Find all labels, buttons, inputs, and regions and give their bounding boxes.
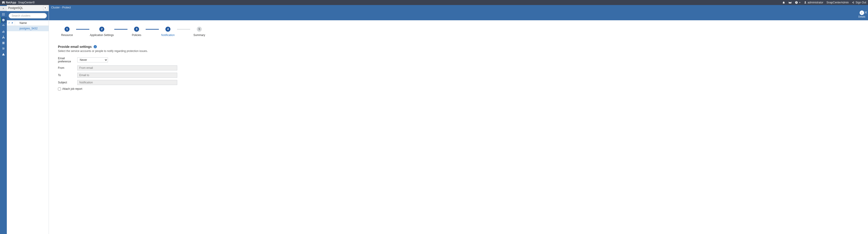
- svg-rect-5: [4, 37, 4, 38]
- row-subject: Subject: [58, 80, 185, 85]
- caret-down-icon: ▼: [799, 2, 801, 4]
- svg-point-8: [3, 49, 3, 49]
- step-label: Resource: [61, 33, 73, 37]
- sitemap-icon: [2, 35, 5, 39]
- column-name: Name: [15, 21, 27, 25]
- signout-label: Sign Out: [856, 1, 866, 4]
- step-connector: [146, 29, 159, 30]
- step-label: Policies: [132, 33, 141, 37]
- step-number: 5: [197, 27, 202, 32]
- main: Cluster - Protect ✕ i Details 1 Resource…: [49, 5, 868, 234]
- step-label: Application Settings: [90, 33, 114, 37]
- step-label: Summary: [193, 33, 205, 37]
- svg-text:?: ?: [796, 2, 797, 4]
- svg-rect-4: [2, 37, 3, 38]
- user-menu[interactable]: administrator: [804, 1, 823, 4]
- search-wrap: [7, 11, 49, 20]
- chart-icon: [2, 30, 5, 33]
- attach-label: Attach job report: [62, 87, 82, 90]
- nav-dashboard[interactable]: [0, 11, 7, 17]
- flag-icon: [11, 22, 13, 24]
- nav-reports[interactable]: [0, 28, 7, 34]
- plugin-selected: PostgreSQL: [8, 6, 42, 9]
- resource-name: postgres_5432: [20, 27, 37, 30]
- subject-label: Subject: [58, 81, 77, 84]
- row-to: To: [58, 73, 185, 78]
- info-icon: i: [860, 10, 864, 15]
- mail-icon[interactable]: [788, 1, 792, 4]
- nav-alerts[interactable]: [0, 51, 7, 57]
- step-notification[interactable]: 4 Notification: [159, 27, 177, 37]
- step-number: 2: [99, 27, 104, 32]
- plugin-dropdown-button[interactable]: ▼: [43, 6, 47, 10]
- role-label[interactable]: SnapCenterAdmin: [827, 1, 849, 4]
- pref-label: Email preference: [58, 57, 77, 63]
- step-summary[interactable]: 5 Summary: [190, 27, 208, 37]
- product-name: SnapCenter®: [18, 1, 35, 4]
- row-attach: Attach job report: [58, 87, 185, 90]
- grid-icon: [2, 13, 5, 16]
- chevron-right-icon: [2, 7, 5, 10]
- from-input[interactable]: [77, 66, 177, 71]
- nav-rail: [0, 5, 7, 234]
- svg-rect-3: [3, 36, 4, 36]
- step-number: 3: [134, 27, 139, 32]
- details-strip: i Details: [49, 10, 868, 20]
- step-label: Notification: [161, 33, 175, 37]
- nav-monitor[interactable]: [0, 23, 7, 28]
- form-heading-text: Provide email settings: [58, 45, 92, 49]
- info-icon[interactable]: i: [94, 45, 97, 48]
- nav-storage[interactable]: [0, 40, 7, 46]
- nav-hosts[interactable]: [0, 34, 7, 40]
- step-appsettings[interactable]: 2 Application Settings: [89, 27, 114, 37]
- brand: NetApp SnapCenter®: [2, 1, 35, 4]
- sidebar-columns: Name: [7, 20, 49, 26]
- bell-icon[interactable]: [782, 1, 785, 4]
- check-shield-icon: [2, 19, 5, 22]
- signout-button[interactable]: Sign Out: [852, 1, 866, 4]
- breadcrumb: Cluster - Protect: [49, 5, 868, 10]
- user-name: administrator: [808, 1, 823, 4]
- email-preference-select[interactable]: Never: [77, 57, 108, 62]
- breadcrumb-text: Cluster - Protect: [51, 6, 71, 9]
- resource-row[interactable]: postgres_5432: [7, 26, 49, 31]
- step-number: 4: [165, 27, 170, 32]
- resource-sidebar: PostgreSQL ▼ Name postgres_5432: [7, 5, 49, 234]
- from-label: From: [58, 66, 77, 70]
- plugin-selector: PostgreSQL ▼: [7, 5, 49, 11]
- sort-controls[interactable]: [7, 20, 15, 26]
- row-from: From: [58, 66, 185, 71]
- nav-settings[interactable]: [0, 46, 7, 51]
- svg-point-2: [2, 19, 5, 21]
- form-subtext: Select the service accounts or people to…: [58, 49, 185, 53]
- details-label: Details: [858, 16, 865, 18]
- wizard: 1 Resource 2 Application Settings 3 Poli…: [58, 27, 868, 37]
- svg-point-6: [3, 47, 3, 48]
- netapp-logo-icon: [2, 1, 5, 4]
- user-icon: [804, 1, 807, 4]
- step-resource[interactable]: 1 Resource: [58, 27, 76, 37]
- search-input[interactable]: [9, 13, 47, 19]
- svg-point-7: [4, 48, 4, 49]
- form-heading: Provide email settings i: [58, 45, 185, 49]
- to-input[interactable]: [77, 73, 177, 78]
- sort-asc-icon: [8, 22, 10, 24]
- help-menu[interactable]: ? ▼: [795, 1, 801, 4]
- content: 1 Resource 2 Application Settings 3 Poli…: [49, 20, 868, 90]
- close-icon[interactable]: ✕: [864, 10, 868, 15]
- gauge-icon: [2, 24, 5, 27]
- attach-report-checkbox[interactable]: [58, 87, 61, 90]
- subject-input[interactable]: [77, 80, 177, 85]
- row-email-preference: Email preference Never: [58, 57, 185, 63]
- brand-name: NetApp: [6, 1, 17, 4]
- collapse-rail-button[interactable]: [0, 6, 7, 11]
- topbar: NetApp SnapCenter® ? ▼ administrator Sna…: [0, 0, 868, 5]
- sliders-icon: [2, 47, 5, 50]
- nav-resources[interactable]: [0, 17, 7, 23]
- alert-icon: [2, 53, 5, 56]
- step-policies[interactable]: 3 Policies: [127, 27, 146, 37]
- email-settings-form: Provide email settings i Select the serv…: [58, 45, 185, 90]
- step-connector: [177, 29, 190, 30]
- storage-icon: [2, 41, 5, 45]
- step-connector: [114, 29, 127, 30]
